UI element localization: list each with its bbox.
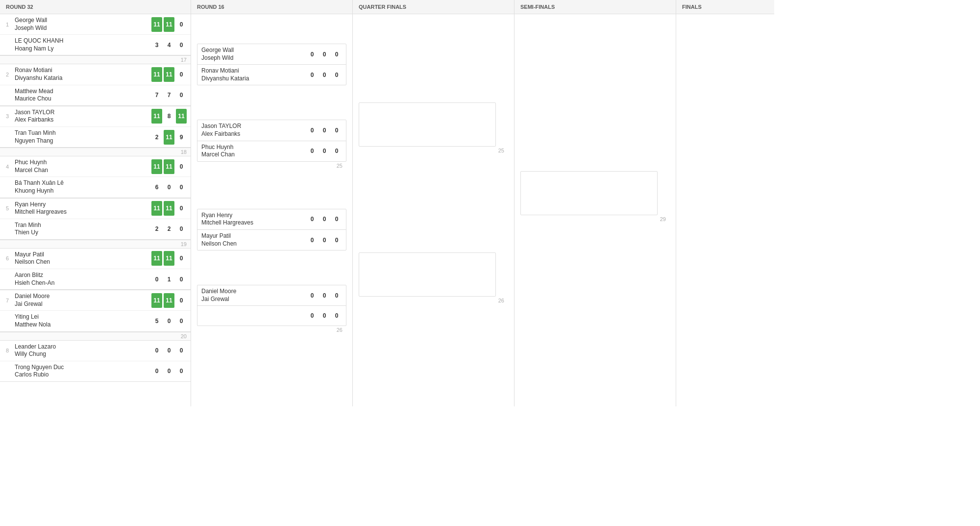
score: 0 — [176, 88, 187, 102]
scores: 0 0 0 — [307, 308, 342, 323]
score: 0 — [176, 293, 187, 308]
match-number: 2 — [6, 72, 15, 77]
scores: 11 8 11 — [151, 109, 187, 124]
team-names: Tran Minh Thien Uy — [15, 222, 151, 237]
scores: 11 11 0 — [151, 251, 187, 266]
team-name-line2: Alex Fairbanks — [201, 130, 307, 138]
team-name-line2: Alex Fairbanks — [15, 116, 151, 124]
score: 11 — [176, 109, 187, 124]
score: 11 — [164, 17, 174, 32]
team-name-line1: Ronav Motiani — [201, 67, 307, 75]
team-name-line2: Marcel Chan — [201, 151, 307, 159]
score: 6 — [151, 180, 162, 195]
table-row: Tran Tuan Minh Nguyen Thang 2 11 9 — [0, 127, 191, 148]
table-row: Daniel Moore Jai Grewal 0 0 0 — [197, 285, 346, 306]
team-names: Matthew Mead Maurice Chou — [15, 88, 151, 103]
team-name-line2: Neilson Chen — [201, 240, 307, 248]
r32-match-6: 6 Mayur Patil Neilson Chen 11 11 0 Aaron… — [0, 249, 191, 290]
table-row: Bá Thanh Xuân Lê Khuong Huynh 6 0 0 — [0, 177, 191, 198]
team-name-line1: George Wall — [201, 47, 307, 54]
qf-match-25 — [359, 102, 496, 147]
scores: 0 0 0 — [307, 212, 342, 226]
score: 0 — [331, 47, 342, 62]
r32-match-3: 3 Jason TAYLOR Alex Fairbanks 11 8 11 Tr… — [0, 106, 191, 148]
connector-label: 17 — [0, 56, 191, 64]
finals-header: FINALS — [676, 0, 774, 14]
score: 0 — [307, 47, 318, 62]
score: 0 — [319, 68, 330, 82]
team-name-line1: George Wall — [15, 17, 151, 25]
scores: 11 11 0 — [151, 201, 187, 216]
score: 11 — [164, 159, 174, 174]
team-names: Ronav Motiani Divyanshu Kataria — [201, 67, 307, 82]
table-row: 4 Phuc Huynh Marcel Chan 11 11 0 — [0, 156, 191, 177]
team-names: Mayur Patil Neilson Chen — [201, 232, 307, 248]
team-names: Ronav Motiani Divyanshu Kataria — [15, 67, 151, 82]
team-name-line1: Phuc Huynh — [15, 159, 151, 167]
score: 0 — [331, 144, 342, 158]
score: 8 — [164, 109, 174, 124]
team-name-line1: Yiting Lei — [15, 313, 151, 321]
connector-label: 26 — [197, 326, 346, 334]
team-names: Bá Thanh Xuân Lê Khuong Huynh — [15, 179, 151, 195]
round16-column: George Wall Joseph Wild 0 0 0 Ronav Moti… — [191, 14, 353, 406]
score: 0 — [176, 38, 187, 52]
score: 0 — [307, 212, 318, 226]
scores: 0 0 0 — [307, 47, 342, 62]
team-name-line2: Thien Uy — [15, 229, 151, 237]
table-row: 7 Daniel Moore Jai Grewal 11 11 0 — [0, 290, 191, 311]
score: 11 — [151, 201, 162, 216]
score: 7 — [151, 88, 162, 102]
team-name-line1: Tran Minh — [15, 222, 151, 229]
team-name-line2: Matthew Nola — [15, 321, 151, 329]
score: 0 — [331, 123, 342, 138]
scores: 0 0 0 — [151, 343, 187, 358]
round32-column: 1 George Wall Joseph Wild 11 11 0 LE QUO… — [0, 14, 191, 406]
team-names: Aaron Blitz Hsieh Chen-An — [15, 272, 151, 287]
score: 0 — [307, 68, 318, 82]
scores: 0 1 0 — [151, 272, 187, 287]
table-row: Mayur Patil Neilson Chen 0 0 0 — [197, 230, 346, 250]
match-number: 1 — [6, 22, 15, 27]
table-row: 5 Ryan Henry Mitchell Hargreaves 11 11 0 — [0, 199, 191, 219]
score: 0 — [319, 212, 330, 226]
match-number: 8 — [6, 348, 15, 353]
scores: 11 11 0 — [151, 293, 187, 308]
team-name-line2: Nguyen Thang — [15, 137, 151, 145]
team-name-line1: LE QUOC KHANH — [15, 37, 151, 45]
team-name-line2: Hoang Nam Ly — [15, 45, 151, 53]
team-name-line2: Divyanshu Kataria — [201, 75, 307, 83]
team-name-line1: Aaron Blitz — [15, 272, 151, 279]
team-name-line2: Carlos Rubio — [15, 371, 151, 379]
score: 0 — [176, 159, 187, 174]
r16-match-18: Jason TAYLOR Alex Fairbanks 0 0 0 Phuc H… — [197, 120, 346, 161]
finals-column — [676, 14, 774, 406]
scores: 0 0 0 — [307, 123, 342, 138]
table-row: 0 0 0 — [197, 306, 346, 326]
r32-match-7: 7 Daniel Moore Jai Grewal 11 11 0 Yiting… — [0, 290, 191, 332]
team-name-line1: Matthew Mead — [15, 88, 151, 96]
team-name-line2: Mitchell Hargreaves — [201, 219, 307, 227]
scores: 0 0 0 — [307, 288, 342, 303]
team-name-line2: Maurice Chou — [15, 95, 151, 103]
r16-match-group-3: Ryan Henry Mitchell Hargreaves 0 0 0 May… — [197, 209, 346, 250]
team-name-line1: Ryan Henry — [201, 212, 307, 220]
score: 11 — [164, 293, 174, 308]
score: 0 — [176, 67, 187, 82]
connector-label: 19 — [0, 240, 191, 249]
team-name-line1: Tran Tuan Minh — [15, 129, 151, 137]
score: 0 — [307, 233, 318, 248]
scores: 11 11 0 — [151, 159, 187, 174]
r32-match-1: 1 George Wall Joseph Wild 11 11 0 LE QUO… — [0, 14, 191, 56]
team-names: Ryan Henry Mitchell Hargreaves — [201, 212, 307, 227]
score: 0 — [307, 144, 318, 158]
team-name-line1: Jason TAYLOR — [201, 123, 307, 130]
team-name-line2: Joseph Wild — [201, 54, 307, 62]
team-name-line1: Daniel Moore — [15, 293, 151, 301]
score: 0 — [331, 68, 342, 82]
team-names: Yiting Lei Matthew Nola — [15, 313, 151, 328]
score: 0 — [151, 364, 162, 378]
semifinals-header: SEMI-FINALS — [514, 0, 676, 14]
score: 0 — [307, 308, 318, 323]
score: 0 — [319, 144, 330, 158]
